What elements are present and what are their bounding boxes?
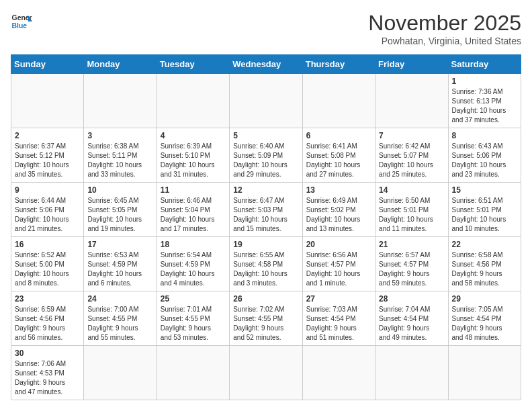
calendar-day-cell: 3Sunrise: 6:38 AM Sunset: 5:11 PM Daylig…	[84, 128, 157, 183]
day-info: Sunrise: 6:52 AM Sunset: 5:00 PM Dayligh…	[15, 250, 80, 288]
day-info: Sunrise: 7:02 AM Sunset: 4:55 PM Dayligh…	[233, 305, 298, 342]
day-number: 8	[452, 131, 517, 140]
day-number: 20	[306, 240, 371, 249]
calendar-week-row: 23Sunrise: 6:59 AM Sunset: 4:56 PM Dayli…	[11, 291, 521, 346]
calendar-day-cell: 4Sunrise: 6:39 AM Sunset: 5:10 PM Daylig…	[157, 128, 229, 183]
day-number: 17	[87, 240, 152, 249]
calendar-title: November 2025	[368, 11, 521, 36]
day-number: 27	[306, 294, 371, 304]
calendar-day-cell: 19Sunrise: 6:55 AM Sunset: 4:58 PM Dayli…	[230, 237, 302, 291]
calendar-day-cell: 11Sunrise: 6:46 AM Sunset: 5:04 PM Dayli…	[157, 183, 229, 237]
calendar-day-cell: 24Sunrise: 7:00 AM Sunset: 4:55 PM Dayli…	[84, 291, 157, 346]
calendar-day-cell: 9Sunrise: 6:44 AM Sunset: 5:06 PM Daylig…	[11, 183, 84, 237]
day-number: 4	[161, 131, 226, 140]
day-number: 29	[452, 294, 517, 304]
calendar-week-row: 1Sunrise: 7:36 AM Sunset: 6:13 PM Daylig…	[11, 74, 521, 128]
svg-text:Blue: Blue	[12, 22, 28, 30]
day-number: 10	[87, 185, 152, 195]
day-number: 26	[233, 294, 298, 304]
weekday-header-friday: Friday	[375, 55, 448, 74]
calendar-day-cell: 23Sunrise: 6:59 AM Sunset: 4:56 PM Dayli…	[11, 291, 84, 346]
day-number: 15	[452, 185, 517, 195]
day-info: Sunrise: 7:36 AM Sunset: 6:13 PM Dayligh…	[452, 87, 517, 125]
day-info: Sunrise: 6:50 AM Sunset: 5:01 PM Dayligh…	[379, 196, 444, 234]
day-number: 6	[306, 131, 371, 140]
day-number: 18	[161, 240, 226, 249]
calendar-day-cell: 6Sunrise: 6:41 AM Sunset: 5:08 PM Daylig…	[302, 128, 375, 183]
calendar-day-cell	[84, 346, 157, 400]
calendar-day-cell	[302, 74, 375, 128]
day-number: 24	[87, 294, 152, 304]
calendar-day-cell: 22Sunrise: 6:58 AM Sunset: 4:56 PM Dayli…	[448, 237, 521, 291]
logo-icon: General Blue	[11, 11, 32, 32]
calendar-day-cell: 12Sunrise: 6:47 AM Sunset: 5:03 PM Dayli…	[230, 183, 302, 237]
header: General Blue November 2025 Powhatan, Vir…	[11, 11, 521, 46]
day-info: Sunrise: 6:43 AM Sunset: 5:06 PM Dayligh…	[452, 142, 517, 179]
day-number: 1	[452, 77, 517, 86]
calendar-day-cell: 30Sunrise: 7:06 AM Sunset: 4:53 PM Dayli…	[11, 346, 84, 400]
weekday-header-thursday: Thursday	[302, 55, 375, 74]
day-number: 11	[161, 185, 226, 195]
calendar-day-cell	[157, 346, 229, 400]
calendar-day-cell	[84, 74, 157, 128]
calendar-day-cell: 26Sunrise: 7:02 AM Sunset: 4:55 PM Dayli…	[230, 291, 302, 346]
calendar-week-row: 16Sunrise: 6:52 AM Sunset: 5:00 PM Dayli…	[11, 237, 521, 291]
day-info: Sunrise: 7:01 AM Sunset: 4:55 PM Dayligh…	[161, 305, 226, 342]
day-info: Sunrise: 6:55 AM Sunset: 4:58 PM Dayligh…	[233, 250, 298, 288]
day-number: 5	[233, 131, 298, 140]
day-number: 3	[87, 131, 152, 140]
day-number: 12	[233, 185, 298, 195]
day-info: Sunrise: 6:39 AM Sunset: 5:10 PM Dayligh…	[161, 142, 226, 179]
day-number: 28	[379, 294, 444, 304]
day-info: Sunrise: 6:49 AM Sunset: 5:02 PM Dayligh…	[306, 196, 371, 234]
calendar-day-cell	[157, 74, 229, 128]
day-info: Sunrise: 7:04 AM Sunset: 4:54 PM Dayligh…	[379, 305, 444, 342]
logo: General Blue	[11, 11, 32, 32]
calendar-day-cell: 17Sunrise: 6:53 AM Sunset: 4:59 PM Dayli…	[84, 237, 157, 291]
calendar-day-cell	[230, 346, 302, 400]
title-area: November 2025 Powhatan, Virginia, United…	[368, 11, 521, 46]
calendar-day-cell: 8Sunrise: 6:43 AM Sunset: 5:06 PM Daylig…	[448, 128, 521, 183]
day-number: 19	[233, 240, 298, 249]
calendar-day-cell	[375, 346, 448, 400]
day-number: 14	[379, 185, 444, 195]
calendar-day-cell: 27Sunrise: 7:03 AM Sunset: 4:54 PM Dayli…	[302, 291, 375, 346]
calendar-day-cell: 28Sunrise: 7:04 AM Sunset: 4:54 PM Dayli…	[375, 291, 448, 346]
day-number: 13	[306, 185, 371, 195]
calendar-day-cell: 7Sunrise: 6:42 AM Sunset: 5:07 PM Daylig…	[375, 128, 448, 183]
calendar-day-cell	[448, 346, 521, 400]
calendar-day-cell	[302, 346, 375, 400]
calendar-day-cell: 1Sunrise: 7:36 AM Sunset: 6:13 PM Daylig…	[448, 74, 521, 128]
calendar-subtitle: Powhatan, Virginia, United States	[368, 36, 521, 46]
day-info: Sunrise: 6:47 AM Sunset: 5:03 PM Dayligh…	[233, 196, 298, 234]
calendar-day-cell: 15Sunrise: 6:51 AM Sunset: 5:01 PM Dayli…	[448, 183, 521, 237]
weekday-header-sunday: Sunday	[11, 55, 84, 74]
calendar-day-cell: 29Sunrise: 7:05 AM Sunset: 4:54 PM Dayli…	[448, 291, 521, 346]
day-info: Sunrise: 7:00 AM Sunset: 4:55 PM Dayligh…	[87, 305, 152, 342]
calendar-week-row: 2Sunrise: 6:37 AM Sunset: 5:12 PM Daylig…	[11, 128, 521, 183]
day-info: Sunrise: 6:41 AM Sunset: 5:08 PM Dayligh…	[306, 142, 371, 179]
calendar-day-cell	[375, 74, 448, 128]
day-info: Sunrise: 6:40 AM Sunset: 5:09 PM Dayligh…	[233, 142, 298, 179]
day-info: Sunrise: 6:46 AM Sunset: 5:04 PM Dayligh…	[161, 196, 226, 234]
day-info: Sunrise: 6:57 AM Sunset: 4:57 PM Dayligh…	[379, 250, 444, 288]
day-info: Sunrise: 6:45 AM Sunset: 5:05 PM Dayligh…	[87, 196, 152, 234]
day-info: Sunrise: 6:37 AM Sunset: 5:12 PM Dayligh…	[15, 142, 80, 179]
calendar-day-cell: 13Sunrise: 6:49 AM Sunset: 5:02 PM Dayli…	[302, 183, 375, 237]
calendar-week-row: 30Sunrise: 7:06 AM Sunset: 4:53 PM Dayli…	[11, 346, 521, 400]
calendar-day-cell: 5Sunrise: 6:40 AM Sunset: 5:09 PM Daylig…	[230, 128, 302, 183]
calendar-day-cell: 14Sunrise: 6:50 AM Sunset: 5:01 PM Dayli…	[375, 183, 448, 237]
day-info: Sunrise: 6:44 AM Sunset: 5:06 PM Dayligh…	[15, 196, 80, 234]
day-info: Sunrise: 6:53 AM Sunset: 4:59 PM Dayligh…	[87, 250, 152, 288]
weekday-header-saturday: Saturday	[448, 55, 521, 74]
day-number: 22	[452, 240, 517, 249]
day-number: 25	[161, 294, 226, 304]
weekday-header-wednesday: Wednesday	[230, 55, 302, 74]
calendar-week-row: 9Sunrise: 6:44 AM Sunset: 5:06 PM Daylig…	[11, 183, 521, 237]
calendar-day-cell	[11, 74, 84, 128]
day-info: Sunrise: 7:03 AM Sunset: 4:54 PM Dayligh…	[306, 305, 371, 342]
calendar-day-cell: 2Sunrise: 6:37 AM Sunset: 5:12 PM Daylig…	[11, 128, 84, 183]
day-info: Sunrise: 6:54 AM Sunset: 4:59 PM Dayligh…	[161, 250, 226, 288]
weekday-header-row: SundayMondayTuesdayWednesdayThursdayFrid…	[11, 55, 521, 74]
day-info: Sunrise: 6:58 AM Sunset: 4:56 PM Dayligh…	[452, 250, 517, 288]
